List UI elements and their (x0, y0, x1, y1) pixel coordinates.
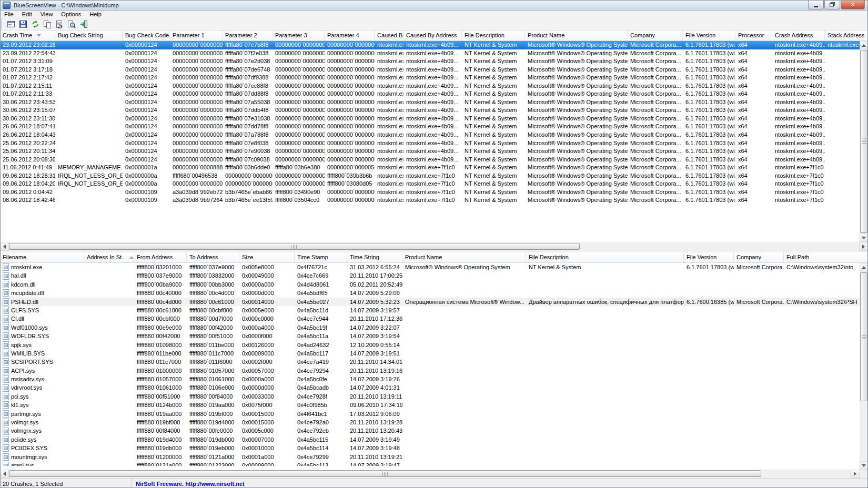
restore-button[interactable] (824, 0, 840, 9)
module-row[interactable]: CLFS.SYSfffff880`00c61000fffff880`00cbf0… (0, 306, 868, 314)
column-header-crash_time[interactable]: Crash Time (0, 30, 55, 40)
lower-horizontal-scrollbar[interactable] (0, 470, 860, 478)
column-header-time_stamp[interactable]: Time Stamp (295, 252, 347, 262)
scroll-left-button[interactable] (0, 242, 9, 251)
column-header-parameter_3[interactable]: Parameter 3 (272, 30, 325, 40)
crash-row[interactable]: 26.06.2012 18:04:430x0000012400000000`00… (0, 131, 868, 139)
crash-row[interactable]: 25.06.2012 20:11:340x0000012400000000`00… (0, 147, 868, 156)
menu-edit[interactable]: Edit (18, 11, 36, 18)
crash-row[interactable]: 01.07.2012 2:11:330x0000012400000000`000… (0, 90, 868, 98)
scroll-thumb[interactable] (860, 272, 867, 401)
column-header-size[interactable]: Size (239, 252, 295, 262)
column-header-processor[interactable]: Processor (735, 30, 772, 40)
column-header-product_name[interactable]: Product Name (525, 30, 628, 40)
module-row[interactable]: kdcom.dllfffff800`00ba9000fffff800`00bb3… (0, 280, 868, 289)
column-header-bug_check_code[interactable]: Bug Check Code (123, 30, 170, 40)
scroll-thumb[interactable] (9, 470, 761, 477)
module-row[interactable]: mcupdate.dllfffff880`00c40000fffff880`00… (0, 289, 868, 297)
module-row[interactable]: msisadrv.sysfffff880`01057000fffff880`01… (0, 375, 868, 383)
exit-button[interactable] (77, 19, 89, 30)
module-row[interactable]: volmgrx.sysfffff880`00f84000fffff880`00f… (0, 426, 868, 435)
column-header-parameter_4[interactable]: Parameter 4 (325, 30, 375, 40)
column-header-caused_by_driver[interactable]: Caused B... (375, 30, 403, 40)
crash-row[interactable]: 30.06.2012 23:43:530x0000012400000000`00… (0, 98, 868, 107)
column-header-file_description[interactable]: File Description (462, 30, 525, 40)
minimize-button[interactable] (808, 0, 824, 9)
menu-help[interactable]: Help (85, 11, 106, 18)
module-row[interactable]: SCSIPORT.SYSfffff880`011c7000fffff880`01… (0, 358, 868, 366)
upper-horizontal-scrollbar[interactable] (0, 242, 868, 251)
crash-row[interactable]: 30.06.2012 23:15:070x0000012400000000`00… (0, 106, 868, 115)
nirsoft-link[interactable]: NirSoft Freeware. http://www.nirsoft.net (136, 481, 245, 487)
scroll-down-button[interactable] (860, 233, 868, 242)
crash-row[interactable]: 11.06.2012 0:41:49MEMORY_MANAGEME...0x00… (0, 164, 868, 172)
column-header-crash_address[interactable]: Crash Address (772, 30, 825, 40)
scroll-down-button[interactable] (860, 461, 868, 470)
column-header-parameter_2[interactable]: Parameter 2 (223, 30, 272, 40)
module-row[interactable]: pci.sysfffff880`00f51000fffff880`00f8400… (0, 392, 868, 401)
scroll-thumb[interactable] (860, 50, 867, 233)
column-header-company[interactable]: Company (628, 30, 683, 40)
column-header-full_path[interactable]: Full Path (784, 252, 868, 262)
upper-vertical-scrollbar[interactable] (860, 41, 868, 242)
menu-options[interactable]: Options (57, 11, 85, 18)
column-header-to_address[interactable]: To Address (187, 252, 239, 262)
column-header-file_version[interactable]: File Version (683, 30, 735, 40)
scroll-right-button[interactable] (859, 242, 868, 251)
module-row[interactable]: WMILIB.SYSfffff880`011be000fffff880`011c… (0, 349, 868, 358)
column-header-from_address[interactable]: From Address (134, 252, 187, 262)
module-row[interactable]: mountmgr.sysfffff880`01200000fffff880`01… (0, 453, 868, 461)
save-button[interactable] (17, 19, 29, 30)
column-header-stack_address[interactable]: Stack Address (825, 30, 868, 40)
properties-button[interactable] (53, 19, 65, 30)
column-header-product_name[interactable]: Product Name (402, 252, 526, 262)
module-row[interactable]: vdrvroot.sysfffff880`01061000fffff880`01… (0, 383, 868, 392)
module-row[interactable]: PSHED.dllfffff880`00c4d000fffff880`00c61… (0, 298, 868, 306)
module-row[interactable]: Wdf01000.sysfffff880`00e9e000fffff880`00… (0, 323, 868, 332)
column-header-file_description[interactable]: File Description (526, 252, 684, 262)
copy-button[interactable] (41, 19, 53, 30)
module-row[interactable]: ACPI.sysfffff880`01000000fffff880`010570… (0, 367, 868, 375)
column-header-filename[interactable]: Filename (0, 252, 84, 262)
crash-row[interactable]: 30.06.2012 23:11:300x0000012400000000`00… (0, 115, 868, 123)
crash-row[interactable]: 01.07.2012 2:15:110x0000012400000000`000… (0, 82, 868, 90)
module-row[interactable]: hal.dllfffff800`037e9000fffff800`0383200… (0, 271, 868, 280)
crash-row[interactable]: 25.06.2012 20:22:240x0000012400000000`00… (0, 139, 868, 148)
module-row[interactable]: WDFLDR.SYSfffff880`00f42000fffff880`00f5… (0, 332, 868, 340)
advanced-options-button[interactable] (5, 19, 17, 30)
scroll-up-button[interactable] (860, 263, 868, 271)
module-row[interactable]: kl1.sysfffff880`0124b000fffff880`019aa00… (0, 401, 868, 409)
crash-row[interactable]: 09.06.2012 18:04:20IRQL_NOT_LESS_OR_EQ..… (0, 180, 868, 188)
scroll-up-button[interactable] (860, 41, 868, 49)
module-row[interactable]: spjk.sysfffff880`01098000fffff880`011be0… (0, 341, 868, 349)
column-header-time_string[interactable]: Time String (347, 252, 402, 262)
scroll-thumb[interactable] (9, 243, 580, 250)
crash-row[interactable]: 23.09.2012 23:02:280x0000012400000000`00… (0, 41, 868, 49)
module-row[interactable]: atapi.sysfffff880`0121a000fffff880`01223… (0, 461, 868, 466)
menu-file[interactable]: File (0, 11, 18, 18)
column-header-bug_check_string[interactable]: Bug Check String (55, 30, 123, 40)
crash-row[interactable]: 08.06.2012 18:42:460x00000109a3a039d8`9b… (0, 196, 868, 205)
module-row[interactable]: volmgr.sysfffff880`019bf000fffff880`019d… (0, 418, 868, 426)
module-row[interactable]: PCIIDEX.SYSfffff880`019db000fffff880`019… (0, 444, 868, 452)
module-row[interactable]: partmgr.sysfffff880`019aa000fffff880`019… (0, 410, 868, 418)
module-row[interactable]: ntoskrnl.exefffff800`03201000fffff800`03… (0, 263, 868, 271)
crash-row[interactable]: 23.09.2012 22:54:430x0000012400000000`00… (0, 49, 868, 58)
close-button[interactable]: × (841, 0, 865, 9)
module-row[interactable]: CI.dllfffff880`00cbf000fffff880`00d7f000… (0, 314, 868, 323)
crash-row[interactable]: 25.06.2012 20:08:300x0000012400000000`00… (0, 156, 868, 164)
crash-row[interactable]: 09.06.2012 0:04:420x00000109a3a039d8`992… (0, 188, 868, 197)
column-header-company[interactable]: Company (734, 252, 784, 262)
crash-row[interactable]: 26.06.2012 18:07:410x0000012400000000`00… (0, 123, 868, 131)
column-header-parameter_1[interactable]: Parameter 1 (170, 30, 223, 40)
menu-view[interactable]: View (36, 11, 57, 18)
column-header-file_version[interactable]: File Version (684, 252, 734, 262)
crash-row[interactable]: 01.07.2012 3:31:090x0000012400000000`000… (0, 57, 868, 66)
refresh-button[interactable] (29, 19, 41, 30)
lower-vertical-scrollbar[interactable] (860, 263, 868, 470)
column-header-address_in_stack[interactable]: Address In St... (84, 252, 134, 262)
scroll-right-button[interactable] (851, 470, 860, 478)
crash-row[interactable]: 01.07.2012 3:17:180x0000012400000000`000… (0, 66, 868, 74)
column-header-caused_by_address[interactable]: Caused By Address (403, 30, 462, 40)
crash-row[interactable]: 01.07.2012 2:17:420x0000012400000000`000… (0, 74, 868, 82)
